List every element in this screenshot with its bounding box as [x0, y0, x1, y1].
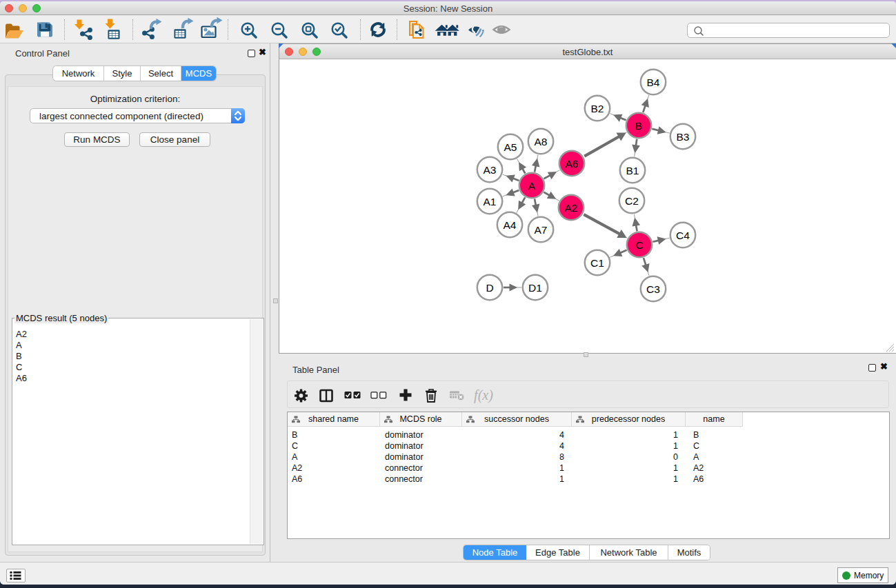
svg-text:A4: A4: [504, 219, 517, 231]
svg-text:B: B: [635, 120, 642, 132]
svg-text:C4: C4: [676, 230, 690, 241]
svg-text:A7: A7: [535, 224, 548, 236]
svg-text:C2: C2: [625, 195, 639, 207]
svg-text:A: A: [528, 180, 536, 192]
svg-text:D1: D1: [528, 282, 542, 294]
svg-text:D: D: [486, 282, 493, 294]
svg-text:A5: A5: [504, 141, 517, 153]
svg-text:C: C: [635, 239, 643, 251]
svg-text:A3: A3: [484, 164, 497, 176]
svg-text:A1: A1: [484, 196, 497, 207]
svg-text:f(x): f(x): [474, 387, 493, 403]
svg-text:A2: A2: [565, 202, 578, 214]
svg-text:B4: B4: [647, 77, 660, 88]
svg-text:A8: A8: [535, 136, 548, 148]
svg-text:C1: C1: [590, 257, 604, 269]
svg-text:A6: A6: [566, 158, 579, 170]
svg-text:B1: B1: [626, 165, 639, 176]
svg-text:B2: B2: [591, 103, 604, 114]
svg-text:B3: B3: [677, 131, 690, 143]
svg-text:C3: C3: [646, 283, 660, 295]
